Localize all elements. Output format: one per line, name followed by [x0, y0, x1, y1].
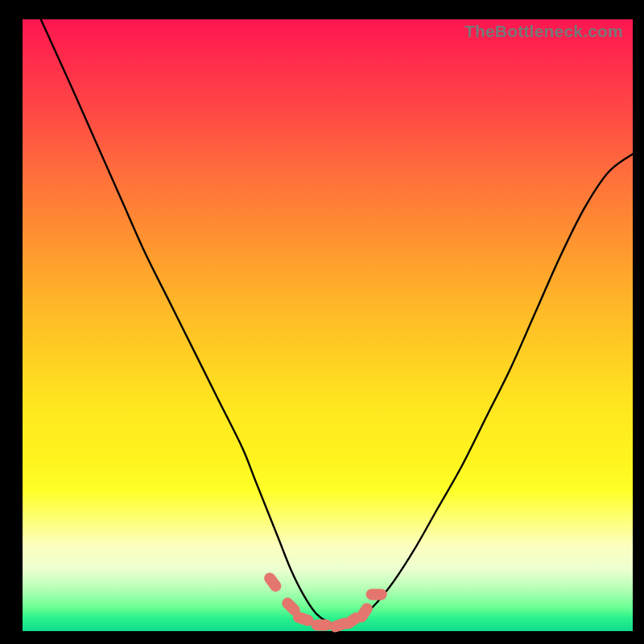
marker-group — [23, 19, 633, 631]
chart-frame: TheBottleneck.com — [0, 0, 644, 644]
marker-segment — [262, 571, 283, 594]
marker-segment — [366, 588, 387, 600]
plot-area: TheBottleneck.com — [23, 19, 633, 631]
marker-segment — [311, 619, 332, 630]
